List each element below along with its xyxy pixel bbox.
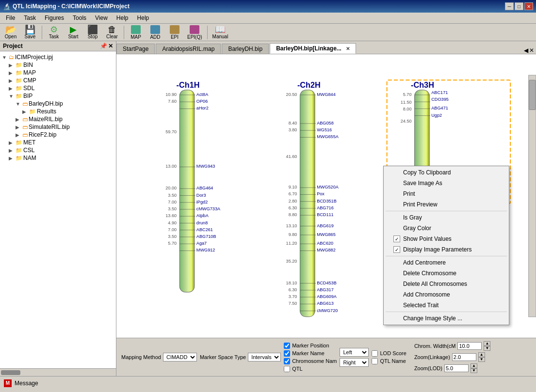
tree-item-map[interactable]: ▶ 📁 MAP (9, 69, 114, 77)
save-button[interactable]: 💾 Save (21, 24, 39, 40)
ctx-display-image-params[interactable]: ✓ Display Image Parameters (384, 244, 509, 255)
maximize-button[interactable]: □ (515, 2, 523, 10)
task-button[interactable]: ⚙ Task (45, 24, 63, 40)
stop-button[interactable]: ⬛ Stop (84, 24, 101, 40)
tab-scroll-left-icon[interactable]: ◀ (524, 47, 528, 54)
ctx-show-point-values[interactable]: ✓ Show Point Values (384, 234, 509, 244)
svg-text:WG516: WG516 (317, 127, 332, 132)
chrom-width-down[interactable]: ▼ (484, 346, 490, 351)
cb-lod-group: LOD Score (372, 350, 406, 357)
menu-tools[interactable]: Tools (69, 14, 90, 22)
tree-item-maizeri[interactable]: ▶ 🗃 MaizeRIL.bip (16, 115, 114, 123)
map-button[interactable]: MAP (127, 24, 145, 41)
ctx-add-chromosome[interactable]: Add Chromosome (384, 289, 509, 300)
ctx-selected-trait[interactable]: Selected Trait (384, 300, 509, 311)
menu-task[interactable]: Task (20, 14, 40, 22)
cb-marker-name-group: Marker Name (284, 350, 337, 357)
tree-item-results[interactable]: ▶ 📁 Results (22, 108, 114, 115)
tree-item-csl[interactable]: ▶ 📁 CSL (9, 146, 114, 154)
zoom-linkage-label: Zoom(Linkage) (414, 354, 450, 360)
epiq-button[interactable]: EPI(Q) (185, 24, 204, 41)
svg-text:Ugp2: Ugp2 (431, 113, 442, 118)
tab-barleydh-linkage[interactable]: BarleyDH.bip[Linkage... ✕ (270, 43, 356, 54)
title-bar-content: 🔬 QTL IciMapping - C:\ICIMWork\ICIMProje… (3, 3, 130, 10)
ctx-copy-clipboard[interactable]: Copy To Clipboard (384, 167, 509, 178)
ctx-gray-color[interactable]: Gray Color (384, 223, 509, 234)
svg-text:aHor2: aHor2 (196, 106, 209, 110)
svg-text:20.00: 20.00 (165, 186, 177, 190)
ctx-change-image-style[interactable]: Change Image Style ... (384, 313, 509, 324)
checkboxes-col2: LOD Score QTL Name (372, 350, 406, 364)
ctx-add-centromere[interactable]: Add Centromere (384, 257, 509, 268)
tree-item-ricef2[interactable]: ▶ 🗃 RiceF2.bip (16, 131, 114, 139)
project-horizontal-scroll[interactable] (0, 368, 116, 376)
tree-item-nam[interactable]: ▶ 📁 NAM (9, 154, 114, 162)
svg-text:59.70: 59.70 (165, 129, 177, 134)
tree-item-barleydh[interactable]: ▼ 🗃 BarleyDH.bip (16, 100, 114, 108)
tree-item-simulateril[interactable]: ▶ 🗃 SimulateRIL.bip (16, 123, 114, 131)
menu-file[interactable]: File (2, 14, 19, 22)
svg-text:11.50: 11.50 (401, 100, 412, 105)
zoom-lod-input[interactable] (444, 364, 469, 372)
svg-text:MWG520A: MWG520A (317, 185, 339, 189)
tab-close-all-icon[interactable]: ✕ (529, 47, 534, 54)
cb-lod[interactable] (372, 350, 378, 357)
tab-startpage[interactable]: StartPage (116, 44, 155, 54)
ctx-delete-all-chromosomes[interactable]: Delete All Chromosomes (384, 279, 509, 289)
cb-marker-position[interactable] (284, 343, 290, 349)
app-icon: 🔬 (3, 3, 11, 10)
dd-right-select[interactable]: LeftRight (340, 358, 369, 367)
zoom-lod-up[interactable]: ▲ (471, 363, 477, 368)
zoom-lod-down[interactable]: ▼ (471, 368, 477, 373)
dd-left-select[interactable]: LeftRight (340, 348, 369, 357)
mapping-method-select[interactable]: CIMADD (163, 353, 197, 361)
manual-button[interactable]: 📖 Manual (211, 24, 230, 40)
epi-button[interactable]: EPI (166, 24, 183, 41)
zoom-linkage-down[interactable]: ▼ (478, 357, 485, 362)
ctx-delete-chromosome[interactable]: Delete Chromosome (384, 268, 509, 279)
menu-help2[interactable]: Help (133, 14, 153, 22)
menu-help1[interactable]: Help (113, 14, 132, 22)
svg-text:ABG464: ABG464 (196, 186, 213, 190)
tree-item-icimproject[interactable]: ▼ 🗂 ICIMProject.ipj (2, 53, 114, 61)
h-scroll-thumb[interactable] (1, 370, 20, 375)
ctx-sep-3 (386, 312, 507, 312)
ch2h-bar (300, 90, 315, 317)
tree-item-bip[interactable]: ▼ 📁 BIP (9, 92, 114, 100)
close-button[interactable]: ✕ (524, 2, 533, 10)
add-button[interactable]: ADD (146, 24, 164, 41)
cb-marker-name[interactable] (284, 350, 290, 357)
tree-item-met[interactable]: ▶ 📁 MET (9, 139, 114, 146)
tree-item-sdl[interactable]: ▶ 📁 SDL (9, 84, 114, 92)
chart-area[interactable]: -Ch1H (116, 54, 536, 338)
clear-button[interactable]: 🗑 Clear (103, 24, 121, 40)
panel-close-icon[interactable]: ✕ (108, 43, 113, 49)
zoom-linkage-up[interactable]: ▲ (478, 352, 485, 357)
chrom-width-up[interactable]: ▲ (484, 341, 490, 346)
ctx-is-gray[interactable]: Is Gray (384, 212, 509, 223)
start-button[interactable]: ▶ Start (65, 24, 82, 40)
vert-scrollbar-thumb[interactable] (529, 80, 536, 110)
tab-barleydh[interactable]: BarleyDH.bip (222, 44, 269, 54)
panel-float-icon[interactable]: 📌 (100, 43, 107, 49)
cb-qtl[interactable] (284, 366, 290, 372)
svg-text:9.10: 9.10 (289, 185, 297, 189)
menu-figures[interactable]: Figures (41, 14, 68, 22)
tree-item-bin[interactable]: ▶ 📁 BIN (9, 61, 114, 69)
tab-close-icon[interactable]: ✕ (346, 46, 350, 51)
chrom-width-input[interactable] (457, 342, 482, 350)
ctx-print[interactable]: Print (384, 188, 509, 199)
vert-scrollbar-track[interactable] (529, 75, 536, 317)
menu-view[interactable]: View (91, 14, 112, 22)
project-panel-header: Project 📌 ✕ (0, 41, 116, 51)
cb-qtl-name[interactable] (372, 358, 378, 364)
ctx-save-image[interactable]: Save Image As (384, 178, 509, 188)
zoom-linkage-input[interactable] (452, 353, 476, 361)
marker-space-select[interactable]: Intervals (248, 353, 281, 361)
open-button[interactable]: 📂 Open (2, 24, 19, 40)
cb-chromosome-name[interactable] (284, 358, 290, 364)
tab-arabidopsis[interactable]: ArabidopsisRIL.map (156, 44, 221, 54)
tree-item-cmp[interactable]: ▶ 📁 CMP (9, 77, 114, 84)
ctx-print-preview[interactable]: Print Preview (384, 199, 509, 210)
minimize-button[interactable]: ─ (505, 2, 514, 10)
